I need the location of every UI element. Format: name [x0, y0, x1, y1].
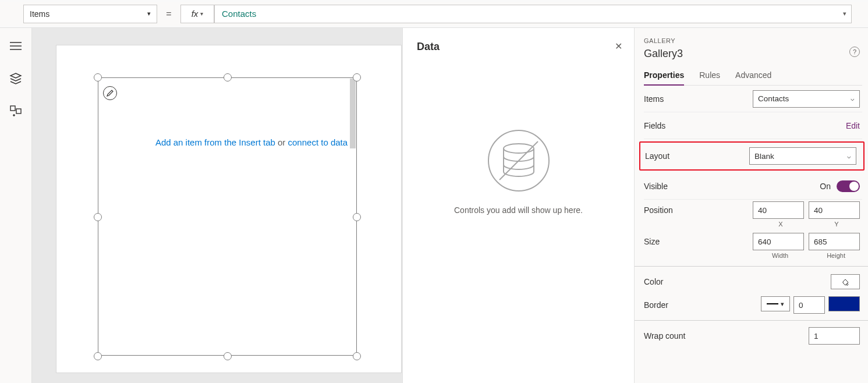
insert-hint-link[interactable]: Add an item from the Insert tab — [155, 137, 275, 147]
sublabel-height: Height — [827, 252, 845, 259]
label-size: Size — [644, 237, 753, 246]
chevron-down-icon: ▾ — [200, 10, 203, 17]
formula-bar: Items ▾ = fx ▾ Contacts ▾ — [0, 0, 868, 28]
sublabel-y: Y — [834, 221, 838, 228]
fields-edit-link[interactable]: Edit — [846, 121, 860, 130]
position-x-input[interactable]: 40 — [753, 201, 804, 219]
label-wrap: Wrap count — [644, 331, 809, 341]
sublabel-x: X — [778, 221, 782, 228]
properties-panel: GALLERY Gallery3 ? Properties Rules Adva… — [634, 28, 868, 383]
help-icon[interactable]: ? — [849, 47, 860, 57]
layout-value: Blank — [754, 152, 774, 161]
chevron-down-icon: ▾ — [147, 10, 151, 17]
row-fields: Fields Edit — [644, 112, 862, 139]
formula-input[interactable]: Contacts ▾ — [214, 5, 852, 23]
tab-properties[interactable]: Properties — [644, 70, 684, 86]
expand-formula-icon[interactable]: ▾ — [843, 10, 846, 17]
visible-state: On — [820, 182, 831, 191]
color-picker[interactable] — [831, 274, 860, 289]
label-items: Items — [644, 94, 753, 104]
items-value: Contacts — [758, 94, 789, 103]
row-wrap-count: Wrap count 1 — [644, 324, 862, 347]
control-category: GALLERY — [644, 37, 862, 44]
connect-data-link[interactable]: connect to data — [288, 137, 348, 147]
properties-tabs: Properties Rules Advanced — [644, 70, 862, 86]
resize-handle[interactable] — [353, 213, 361, 221]
data-panel-title: Data — [417, 41, 620, 53]
close-icon[interactable]: ✕ — [615, 41, 622, 52]
hamburger-icon[interactable] — [9, 40, 22, 52]
resize-handle[interactable] — [94, 213, 102, 221]
row-border: Border ▾ 0 — [644, 293, 862, 317]
label-border: Border — [644, 300, 761, 310]
resize-handle[interactable] — [353, 352, 361, 360]
property-selector-label: Items — [30, 9, 49, 19]
resize-handle[interactable] — [94, 352, 102, 360]
canvas[interactable]: Add an item from the Insert tab or conne… — [32, 28, 402, 383]
svg-point-5 — [504, 144, 534, 153]
chevron-down-icon: ⌵ — [847, 153, 851, 160]
equals-sign: = — [157, 9, 180, 19]
resize-handle[interactable] — [94, 73, 102, 81]
toggle-knob — [849, 182, 859, 191]
label-color: Color — [644, 277, 831, 286]
label-position: Position — [644, 205, 753, 215]
screen-frame: Add an item from the Insert tab or conne… — [56, 45, 401, 373]
layers-icon[interactable] — [9, 72, 22, 85]
border-line-icon — [767, 303, 778, 304]
chevron-down-icon: ⌵ — [851, 95, 855, 102]
resize-handle[interactable] — [224, 73, 232, 81]
separator — [635, 320, 868, 321]
fx-button[interactable]: fx ▾ — [180, 5, 214, 23]
chevron-down-icon: ▾ — [781, 300, 784, 308]
row-position: Position 40 40 — [644, 200, 862, 221]
sublabel-width: Width — [772, 252, 788, 259]
row-visible: Visible On — [644, 173, 862, 200]
data-empty-text: Controls you add will show up here. — [417, 205, 620, 215]
fx-label: fx — [192, 9, 199, 19]
gallery-selection[interactable] — [98, 77, 357, 356]
border-style-dropdown[interactable]: ▾ — [761, 296, 790, 311]
wrap-count-input[interactable]: 1 — [809, 327, 860, 345]
tab-advanced[interactable]: Advanced — [735, 70, 771, 85]
svg-rect-1 — [16, 109, 21, 114]
items-dropdown[interactable]: Contacts ⌵ — [753, 90, 860, 108]
size-width-input[interactable]: 640 — [753, 233, 804, 250]
row-color: Color — [644, 270, 862, 293]
insert-icon[interactable] — [9, 105, 22, 118]
formula-value: Contacts — [222, 9, 256, 19]
edit-pencil-icon[interactable] — [103, 86, 117, 100]
control-name: Gallery3 — [644, 48, 862, 60]
visible-toggle[interactable] — [837, 180, 860, 192]
label-layout: Layout — [645, 151, 749, 161]
size-sublabels: Width Height — [755, 252, 862, 263]
hint-or: or — [275, 137, 288, 147]
label-fields: Fields — [644, 121, 846, 130]
svg-rect-0 — [10, 106, 15, 111]
canvas-hint: Add an item from the Insert tab or conne… — [125, 137, 378, 147]
label-visible: Visible — [644, 182, 820, 191]
border-width-input[interactable]: 0 — [793, 296, 825, 314]
size-height-input[interactable]: 685 — [809, 233, 860, 250]
paint-bucket-icon — [841, 278, 849, 286]
border-color-picker[interactable] — [828, 296, 860, 311]
left-rail — [0, 28, 32, 383]
main-area: Add an item from the Insert tab or conne… — [0, 28, 868, 383]
data-panel: Data ✕ Controls you add will show up her… — [402, 28, 634, 383]
resize-handle[interactable] — [353, 73, 361, 81]
layout-dropdown[interactable]: Blank ⌵ — [749, 147, 856, 165]
database-icon — [487, 129, 551, 193]
property-selector[interactable]: Items ▾ — [23, 5, 157, 23]
position-sublabels: X Y — [755, 221, 862, 231]
separator — [635, 266, 868, 267]
resize-handle[interactable] — [224, 352, 232, 360]
position-y-input[interactable]: 40 — [809, 201, 860, 219]
tab-rules[interactable]: Rules — [699, 70, 720, 85]
row-size: Size 640 685 — [644, 231, 862, 252]
data-empty-state: Controls you add will show up here. — [417, 129, 620, 215]
row-layout-highlight: Layout Blank ⌵ — [639, 141, 865, 171]
row-items: Items Contacts ⌵ — [644, 86, 862, 112]
row-layout: Layout Blank ⌵ — [645, 143, 859, 169]
